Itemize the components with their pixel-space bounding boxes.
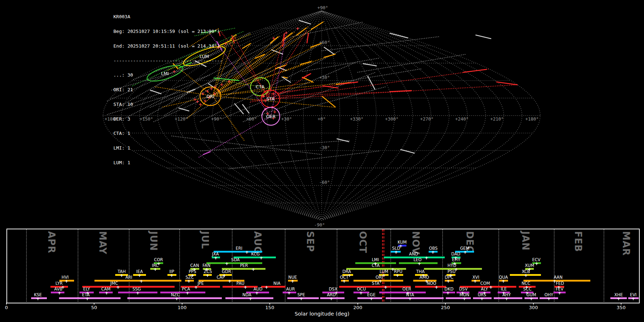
shower-bar-PAU <box>223 286 258 288</box>
shower-peak-LEO: + <box>418 261 421 265</box>
shower-peak-NIA: + <box>265 284 269 289</box>
lat-label--60°: -60° <box>319 180 330 185</box>
month-line-MAY <box>78 229 78 302</box>
shower-bar-NTA <box>386 297 444 299</box>
shower-label-CTA: CTA <box>372 263 380 268</box>
x-tick-250 <box>445 303 446 304</box>
x-tick-label-0: 0 <box>5 305 8 310</box>
shower-peak-NZC: + <box>175 296 179 301</box>
month-label-OCT: OCT <box>357 231 368 253</box>
shower-peak-XHE: + <box>617 296 621 301</box>
shower-peak-DKD: + <box>446 290 450 295</box>
month-line-APR <box>26 229 27 302</box>
shower-peak-KSE: + <box>36 296 40 301</box>
count-ori: ORI: 21 <box>113 87 223 92</box>
shower-peak-IEA: + <box>138 273 142 277</box>
shower-peak-ETA: + <box>86 296 89 301</box>
shower-label-CAP: CAP <box>217 275 225 280</box>
shower-peak-ZCS: + <box>206 273 210 277</box>
month-label-APR: APR <box>46 231 57 253</box>
shower-peak-AND: + <box>425 255 429 260</box>
x-tick-350 <box>621 303 621 304</box>
shower-peak-AUR: + <box>287 290 291 295</box>
meteor-station-screen: LUMLMICTAORISTAOER+90°-90°+60°+30°-30°-6… <box>0 0 644 322</box>
shower-peak-TAH: + <box>120 273 124 277</box>
x-tick-label-200: 200 <box>353 305 362 310</box>
month-line-JUL <box>179 229 180 302</box>
pole-label-bottom: -90° <box>314 222 325 228</box>
shower-bar-JMC <box>82 286 175 288</box>
station-info-block: KR003A Beg: 20251027 10:15:59 (sol = 213… <box>113 5 223 175</box>
shower-bar-ARI <box>94 280 181 282</box>
shower-peak-NUE: + <box>291 278 295 283</box>
month-label-FEB: FEB <box>573 231 584 252</box>
separator-line: --------------------------------------- <box>113 58 223 63</box>
lon-label-6-+0°: +0° <box>318 116 326 122</box>
shower-peak-HVI: + <box>65 278 69 283</box>
x-tick-50 <box>94 303 94 304</box>
month-label-MAY: MAY <box>97 231 108 254</box>
lon-label-10-+240°: +240° <box>455 116 469 122</box>
count-lum: LUM: 1 <box>113 160 223 165</box>
shower-label-SDA: SDA <box>231 257 240 262</box>
x-tick-200 <box>357 303 358 304</box>
shower-peak-COM: + <box>489 284 493 289</box>
month-line-MAR <box>604 229 604 302</box>
lat-label-+60°: +60° <box>319 40 330 45</box>
lon-label-4-+60°: +60° <box>246 116 257 122</box>
month-label-SEP: SEP <box>305 231 316 252</box>
shower-bar-SDA <box>206 262 262 264</box>
shower-peak-AVB: + <box>58 290 62 295</box>
current-sol-marker-1 <box>384 229 384 302</box>
lon-label-5-+30°: +30° <box>281 116 292 122</box>
shower-peak-FEV: + <box>558 290 562 295</box>
shower-peak-SSG: + <box>136 290 140 295</box>
shower-label-ERI: ERI <box>236 246 243 251</box>
x-tick-label-100: 100 <box>178 305 187 310</box>
shower-peak-PAU: + <box>244 284 248 289</box>
shower-peak-NTA: + <box>408 296 412 301</box>
shower-peak-OHY: + <box>547 296 551 301</box>
lon-label-9-+270°: +270° <box>420 116 434 122</box>
month-label-JAN: JAN <box>520 231 531 251</box>
month-label-MAR: MAR <box>621 231 631 256</box>
lon-label-8-+300°: +300° <box>385 116 399 122</box>
count-lmi: LMI: 1 <box>113 146 223 151</box>
shower-peak-JMC: + <box>116 284 120 289</box>
shower-peak-OCU: + <box>359 290 363 295</box>
shower-peak-MON: + <box>463 296 467 301</box>
shower-label-AND: AND <box>409 252 418 257</box>
shower-peak-SPE: + <box>299 296 303 301</box>
shower-peak-ARI: + <box>140 278 143 283</box>
shower-label-KCG: KCG <box>251 252 260 257</box>
month-line-FEB <box>554 229 555 302</box>
month-line-JAN <box>498 229 499 302</box>
shower-peak-PER: + <box>252 267 255 271</box>
shower-peak-AUD: + <box>255 290 259 295</box>
shower-bar-KCG <box>234 257 276 258</box>
count-oer: OER: 3 <box>113 117 223 122</box>
station-id: KR003A <box>113 14 223 19</box>
shower-peak-OCT: + <box>342 278 346 283</box>
x-tick-label-350: 350 <box>617 305 626 310</box>
shower-peak-CAP: + <box>228 278 232 283</box>
count-cta: CTA: 1 <box>113 131 223 136</box>
shower-bar-MON <box>446 297 471 299</box>
begin-time: Beg: 20251027 10:15:59 (sol = 213.90°) <box>113 29 223 34</box>
month-line-AUG <box>232 229 233 302</box>
end-time: End: 20251027 20:51:11 (sol = 214.34°) <box>113 44 223 49</box>
x-tick-label-250: 250 <box>441 305 450 310</box>
lon-label-7-+330°: +330° <box>350 116 364 122</box>
shower-peak-KCG: + <box>259 255 263 260</box>
x-tick-300 <box>533 303 534 304</box>
shower-ellipse-label-OER: OER <box>266 114 276 119</box>
month-label-JUL: JUL <box>200 231 210 249</box>
count-sporadic: ...: 30 <box>113 73 223 78</box>
lon-label-11-+210°: +210° <box>490 116 504 122</box>
shower-label-NIA: NIA <box>273 281 280 286</box>
x-tick-100 <box>182 303 182 304</box>
shower-peak-SZC: + <box>187 278 191 283</box>
count-sta: STA: 10 <box>113 102 223 107</box>
shower-bar-OER <box>379 292 426 293</box>
shower-peak-GEM: + <box>463 249 467 254</box>
